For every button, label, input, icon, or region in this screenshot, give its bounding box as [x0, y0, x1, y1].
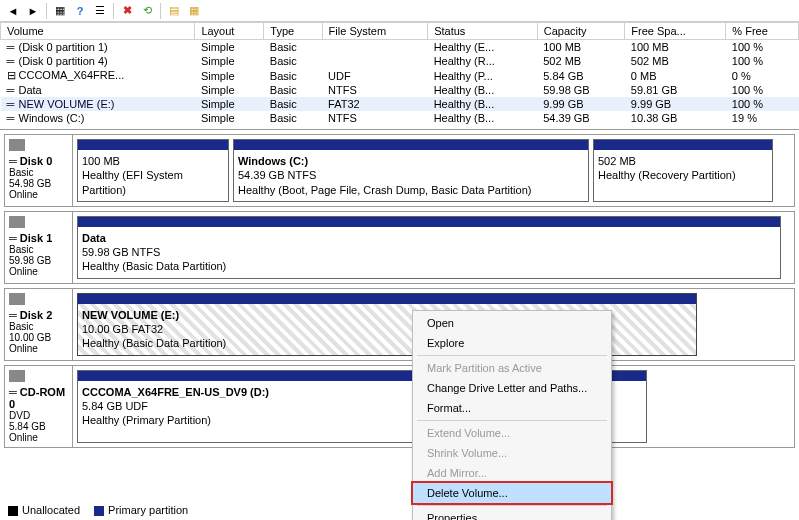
table-cell: 59.81 GB	[625, 83, 726, 97]
table-cell: Simple	[195, 40, 264, 55]
disk-graphical-view: ═ Disk 0Basic54.98 GBOnline100 MBHealthy…	[0, 129, 799, 448]
table-cell: Healthy (R...	[428, 54, 538, 68]
table-cell: ═NEW VOLUME (E:)	[1, 97, 195, 111]
refresh-icon[interactable]: ⟲	[138, 2, 156, 20]
table-cell: ═(Disk 0 partition 4)	[1, 54, 195, 68]
legend-primary: Primary partition	[108, 504, 188, 516]
table-cell: UDF	[322, 68, 428, 83]
back-icon[interactable]: ◄	[4, 2, 22, 20]
table-cell: 54.39 GB	[537, 111, 625, 125]
table-cell: 100 %	[726, 83, 799, 97]
menu-item[interactable]: Open	[413, 313, 611, 333]
partition-bar	[234, 140, 588, 150]
table-cell: Basic	[264, 111, 322, 125]
column-header[interactable]: Volume	[1, 23, 195, 40]
table-cell: NTFS	[322, 83, 428, 97]
table-cell: 9.99 GB	[537, 97, 625, 111]
partition-bar	[594, 140, 772, 150]
disk-label[interactable]: ═ CD-ROM 0DVD5.84 GBOnline	[5, 366, 73, 447]
disk-label[interactable]: ═ Disk 2Basic10.00 GBOnline	[5, 289, 73, 360]
show-icon[interactable]: ▦	[51, 2, 69, 20]
column-header[interactable]: Status	[428, 23, 538, 40]
table-row[interactable]: ⊟CCCOMA_X64FRE...SimpleBasicUDFHealthy (…	[1, 68, 799, 83]
table-cell: 100 %	[726, 54, 799, 68]
disk-label[interactable]: ═ Disk 0Basic54.98 GBOnline	[5, 135, 73, 206]
table-cell: Basic	[264, 83, 322, 97]
table-cell: Healthy (B...	[428, 83, 538, 97]
delete-icon[interactable]: ✖	[118, 2, 136, 20]
table-cell: Simple	[195, 97, 264, 111]
forward-icon[interactable]: ►	[24, 2, 42, 20]
partition-bar	[78, 217, 780, 227]
table-cell: Basic	[264, 68, 322, 83]
column-header[interactable]: Type	[264, 23, 322, 40]
table-cell: Basic	[264, 40, 322, 55]
table-cell: NTFS	[322, 111, 428, 125]
column-header[interactable]: Capacity	[537, 23, 625, 40]
partition[interactable]: Windows (C:)54.39 GB NTFSHealthy (Boot, …	[233, 139, 589, 202]
table-cell: 10.38 GB	[625, 111, 726, 125]
table-cell: Basic	[264, 54, 322, 68]
column-header[interactable]: % Free	[726, 23, 799, 40]
disk-label[interactable]: ═ Disk 1Basic59.98 GBOnline	[5, 212, 73, 283]
disk-row: ═ Disk 1Basic59.98 GBOnlineData59.98 GB …	[4, 211, 795, 284]
table-cell: Simple	[195, 111, 264, 125]
legend-unallocated: Unallocated	[22, 504, 80, 516]
partition-bar	[78, 140, 228, 150]
partition[interactable]: 502 MBHealthy (Recovery Partition)	[593, 139, 773, 202]
table-cell: 19 %	[726, 111, 799, 125]
table-row[interactable]: ═(Disk 0 partition 1)SimpleBasicHealthy …	[1, 40, 799, 55]
partition[interactable]: 100 MBHealthy (EFI System Partition)	[77, 139, 229, 202]
disk-row: ═ Disk 0Basic54.98 GBOnline100 MBHealthy…	[4, 134, 795, 207]
table-cell: Healthy (B...	[428, 111, 538, 125]
toolbar: ◄ ► ▦ ? ☰ ✖ ⟲ ▤ ▦	[0, 0, 799, 22]
table-row[interactable]: ═Windows (C:)SimpleBasicNTFSHealthy (B..…	[1, 111, 799, 125]
column-header[interactable]: Layout	[195, 23, 264, 40]
table-cell: Healthy (B...	[428, 97, 538, 111]
disk-row: ═ Disk 2Basic10.00 GBOnlineNEW VOLUME (E…	[4, 288, 795, 361]
disk-icon	[9, 216, 25, 228]
context-menu: OpenExploreMark Partition as ActiveChang…	[412, 310, 612, 520]
column-header[interactable]: File System	[322, 23, 428, 40]
legend: Unallocated Primary partition	[8, 504, 188, 516]
table-cell: ═Windows (C:)	[1, 111, 195, 125]
table-cell: Basic	[264, 97, 322, 111]
table-cell: 0 MB	[625, 68, 726, 83]
table-cell	[322, 40, 428, 55]
menu-item: Add Mirror...	[413, 463, 611, 483]
partition[interactable]: Data59.98 GB NTFSHealthy (Basic Data Par…	[77, 216, 781, 279]
table-cell: ⊟CCCOMA_X64FRE...	[1, 68, 195, 83]
table-row[interactable]: ═(Disk 0 partition 4)SimpleBasicHealthy …	[1, 54, 799, 68]
column-header[interactable]: Free Spa...	[625, 23, 726, 40]
menu-item[interactable]: Format...	[413, 398, 611, 418]
tree-icon[interactable]: ☰	[91, 2, 109, 20]
table-cell: 100 %	[726, 97, 799, 111]
help-icon[interactable]: ?	[71, 2, 89, 20]
table-cell: 9.99 GB	[625, 97, 726, 111]
table-cell: Healthy (E...	[428, 40, 538, 55]
table-cell: 0 %	[726, 68, 799, 83]
table-cell: 502 MB	[625, 54, 726, 68]
table-cell: 100 %	[726, 40, 799, 55]
table-cell: Simple	[195, 54, 264, 68]
menu-item: Extend Volume...	[413, 423, 611, 443]
partition-bar	[78, 294, 696, 304]
table-cell: 5.84 GB	[537, 68, 625, 83]
table-cell: 100 MB	[537, 40, 625, 55]
table-row[interactable]: ═NEW VOLUME (E:)SimpleBasicFAT32Healthy …	[1, 97, 799, 111]
table-row[interactable]: ═DataSimpleBasicNTFSHealthy (B...59.98 G…	[1, 83, 799, 97]
menu-item[interactable]: Properties	[413, 508, 611, 520]
unallocated-swatch	[8, 506, 18, 516]
menu-item[interactable]: Explore	[413, 333, 611, 353]
menu-item[interactable]: Change Drive Letter and Paths...	[413, 378, 611, 398]
menu-item[interactable]: Delete Volume...	[413, 483, 611, 503]
table-cell: 502 MB	[537, 54, 625, 68]
table-cell: FAT32	[322, 97, 428, 111]
table-cell: 100 MB	[625, 40, 726, 55]
grid-icon[interactable]: ▦	[185, 2, 203, 20]
disk-row: ═ CD-ROM 0DVD5.84 GBOnlineCCCOMA_X64FRE_…	[4, 365, 795, 448]
primary-swatch	[94, 506, 104, 516]
menu-item: Shrink Volume...	[413, 443, 611, 463]
table-cell	[322, 54, 428, 68]
list-icon[interactable]: ▤	[165, 2, 183, 20]
